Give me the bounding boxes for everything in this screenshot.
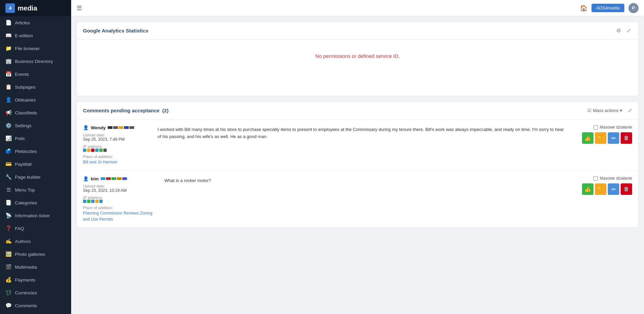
- reject-button[interactable]: 👎: [595, 132, 606, 144]
- sidebar-item-label: File browser: [15, 46, 40, 51]
- mass-actions-button[interactable]: ☑ Mass actions ▾: [585, 107, 625, 114]
- delete-button[interactable]: 🗑: [621, 183, 632, 195]
- approve-button[interactable]: 👍: [582, 183, 594, 195]
- sidebar-icon: 🔧: [5, 174, 12, 180]
- author-color-bar: [106, 177, 111, 180]
- sidebar-items-container: 📄 Articles📖 E-edition📁 File browser🏢 Bus…: [0, 16, 71, 314]
- analytics-expand-button[interactable]: ⤢: [625, 27, 632, 35]
- comments-card-header: Comments pending acceptance (2) ☑ Mass a…: [77, 102, 638, 119]
- sidebar-item-page-builder[interactable]: 🔧 Page builder: [0, 171, 71, 183]
- upload-label: Upload date:: [83, 133, 151, 137]
- sidebar-item-authors[interactable]: ✍️ Authors: [0, 235, 71, 248]
- sidebar-item-file-browser[interactable]: 📁 File browser: [0, 42, 71, 55]
- analytics-gear-button[interactable]: ⚙: [615, 27, 622, 35]
- ip-dot: [91, 200, 95, 203]
- sidebar-icon: 📋: [5, 84, 12, 90]
- masowe-check: Masowe działanie: [594, 125, 632, 130]
- comment-entry: 👤 Wendy Upload date: Sep 25, 2023, 7:48 …: [77, 119, 638, 171]
- sidebar-item-articles[interactable]: 📄 Articles: [0, 16, 71, 29]
- analytics-error-text: No permissions or defined service ID.: [315, 53, 400, 59]
- sidebar-item-events[interactable]: 📅 Events: [0, 68, 71, 81]
- brand-button[interactable]: ADS4media: [591, 4, 624, 12]
- comment-actions: Masowe działanie 👍 👎 ✏ 🗑: [571, 176, 632, 222]
- main-area: ☰ 🏠 ADS4media P Google Analytics Statist…: [71, 0, 644, 314]
- ip-dots: [83, 200, 158, 203]
- action-buttons: 👍 👎 ✏ 🗑: [582, 132, 632, 144]
- sidebar-item-menu-top[interactable]: ☰ Menu Top: [0, 183, 71, 196]
- author-color-bar: [129, 126, 134, 129]
- sidebar-item-paywall[interactable]: 💳 PayWall: [0, 158, 71, 171]
- sidebar-item-multimedia[interactable]: 🎬 Multimedia: [0, 261, 71, 273]
- ip-dots: [83, 149, 151, 152]
- topbar-right: 🏠 ADS4media P: [580, 3, 639, 13]
- analytics-header-actions: ⚙ ⤢: [615, 27, 632, 35]
- place-link[interactable]: Planning Commission Reviews Zoning and U…: [83, 211, 152, 222]
- sidebar-item-information-ticker[interactable]: 📡 Information ticker: [0, 209, 71, 222]
- sidebar-item-business-directory[interactable]: 🏢 Business Directory: [0, 55, 71, 68]
- sidebar-item-obituaries[interactable]: 👤 Obituaries: [0, 93, 71, 106]
- sidebar-item-plebiscites[interactable]: 🗳️ Plebiscites: [0, 145, 71, 158]
- sidebar-icon: 🖼️: [5, 251, 12, 257]
- ip-dot: [83, 200, 86, 203]
- sidebar-icon: 📅: [5, 71, 12, 77]
- sidebar-item-label: E-edition: [15, 33, 33, 38]
- upload-date: Sep 25, 2023, 7:48 PM: [83, 137, 151, 142]
- approve-button[interactable]: 👍: [582, 132, 594, 144]
- comment-entry: 👤 kim Upload date: Sep 23, 2023, 10:19 A…: [77, 171, 638, 227]
- sidebar-item-faq[interactable]: ❓ FAQ: [0, 222, 71, 235]
- upload-date: Sep 23, 2023, 10:19 AM: [83, 188, 158, 193]
- upload-label: Upload date:: [83, 184, 158, 188]
- masowe-label: Masowe działanie: [600, 176, 632, 181]
- sidebar-icon: 📄: [5, 20, 12, 26]
- author-color-bar: [124, 126, 129, 129]
- sidebar-item-settings[interactable]: ⚙️ Settings: [0, 119, 71, 132]
- comment-meta: 👤 kim Upload date: Sep 23, 2023, 10:19 A…: [83, 176, 158, 222]
- logo-text: media: [18, 4, 37, 12]
- edit-button[interactable]: ✏: [608, 132, 619, 144]
- sidebar-icon: ⚙️: [5, 122, 12, 129]
- sidebar-item-currencies[interactable]: 💱 Currencies: [0, 286, 71, 299]
- hamburger-icon[interactable]: ☰: [77, 4, 82, 12]
- sidebar-icon: 🏢: [5, 58, 12, 64]
- delete-button[interactable]: 🗑: [621, 132, 632, 144]
- ip-dot: [103, 149, 107, 152]
- sidebar-item-payments[interactable]: 💰 Payments: [0, 273, 71, 286]
- author-name: kim: [91, 176, 99, 181]
- user-icon: 👤: [83, 125, 89, 130]
- sidebar-item-label: Authors: [15, 239, 31, 244]
- sidebar-icon: ✍️: [5, 238, 12, 244]
- sidebar-item-polls[interactable]: 📊 Polls: [0, 132, 71, 145]
- action-buttons: 👍 👎 ✏ 🗑: [582, 183, 632, 195]
- place-link[interactable]: Bill and Jo Harmon: [83, 160, 117, 164]
- comment-author: 👤 kim: [83, 176, 158, 181]
- sidebar-item-e-edition[interactable]: 📖 E-edition: [0, 29, 71, 42]
- sidebar-item-label: Information ticker: [15, 213, 50, 218]
- comments-container: 👤 Wendy Upload date: Sep 25, 2023, 7:48 …: [77, 119, 638, 227]
- sidebar-item-photo-galleries[interactable]: 🖼️ Photo galleries: [0, 248, 71, 261]
- sidebar-item-newsletter[interactable]: 📧 Newsletter: [0, 312, 71, 314]
- sidebar-item-subpages[interactable]: 📋 Subpages: [0, 81, 71, 93]
- comment-meta: 👤 Wendy Upload date: Sep 25, 2023, 7:48 …: [83, 125, 151, 165]
- masowe-checkbox[interactable]: [594, 176, 598, 181]
- masowe-checkbox[interactable]: [594, 125, 598, 130]
- reject-button[interactable]: 👎: [595, 183, 606, 195]
- sidebar-item-categories[interactable]: 📑 Categories: [0, 196, 71, 209]
- logo-icon: 4: [5, 3, 15, 13]
- comment-text: I worked with Bill many times at his sto…: [158, 125, 564, 165]
- comments-expand-button[interactable]: ⤢: [628, 107, 632, 114]
- edit-button[interactable]: ✏: [608, 183, 619, 195]
- sidebar-item-label: Page builder: [15, 175, 41, 180]
- home-icon[interactable]: 🏠: [580, 4, 587, 12]
- author-name: Wendy: [91, 125, 106, 130]
- sidebar-item-label: Plebiscites: [15, 149, 37, 154]
- sidebar-item-label: Menu Top: [15, 187, 35, 193]
- sidebar-icon: ❓: [5, 225, 12, 231]
- sidebar-item-comments[interactable]: 💬 Comments: [0, 299, 71, 312]
- analytics-title: Google Analytics Statistics: [83, 28, 148, 33]
- sidebar-item-classifieds[interactable]: 📢 Classifieds: [0, 106, 71, 119]
- user-avatar[interactable]: P: [628, 3, 639, 13]
- sidebar-icon: 📡: [5, 212, 12, 219]
- ip-dot: [99, 149, 103, 152]
- comment-actions: Masowe działanie 👍 👎 ✏ 🗑: [571, 125, 632, 165]
- sidebar: 4 media 📄 Articles📖 E-edition📁 File brow…: [0, 0, 71, 314]
